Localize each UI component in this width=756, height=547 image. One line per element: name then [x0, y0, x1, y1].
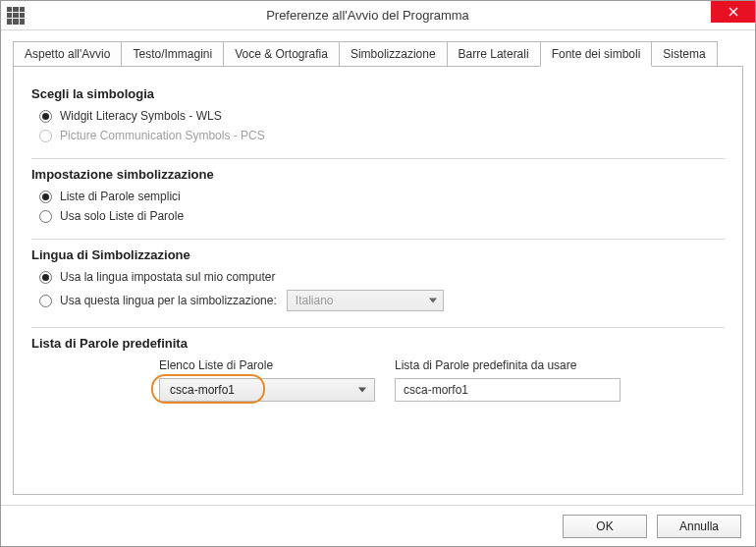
tab-voce-ortografia[interactable]: Voce & Ortografia	[223, 41, 340, 66]
chevron-down-icon	[429, 299, 437, 303]
radio-icon	[39, 295, 52, 307]
tab-fonte-simboli[interactable]: Fonte dei simboli	[540, 41, 653, 67]
tab-barre-laterali[interactable]: Barre Laterali	[447, 41, 541, 66]
preferences-window: Preferenze all'Avvio del Programma Aspet…	[0, 0, 756, 547]
radio-icon	[39, 130, 52, 142]
ok-button[interactable]: OK	[563, 515, 647, 538]
language-select[interactable]: Italiano	[287, 290, 444, 311]
radio-label: Picture Communication Symbols - PCS	[60, 129, 265, 142]
section-symbolisation-setting: Impostazione simbolizzazione Liste di Pa…	[31, 167, 725, 240]
tab-strip: Aspetto all'Avvio Testo/Immagini Voce & …	[13, 40, 743, 66]
radio-row-solo-liste[interactable]: Usa solo Liste di Parole	[39, 209, 725, 223]
radio-label: Usa la lingua impostata sul mio computer	[60, 270, 275, 284]
radio-row-semplici[interactable]: Liste di Parole semplici	[39, 190, 725, 203]
chevron-down-icon	[358, 388, 366, 393]
window-title: Preferenze all'Avvio del Programma	[25, 8, 711, 23]
tab-panel: Scegli la simbologia Widgit Literacy Sym…	[13, 66, 743, 495]
radio-label: Liste di Parole semplici	[60, 190, 181, 203]
cancel-button[interactable]: Annulla	[657, 515, 741, 538]
button-label: OK	[596, 520, 613, 533]
wordlist-select-label: Elenco Liste di Parole	[159, 358, 375, 372]
tab-testo-immagini[interactable]: Testo/Immagini	[121, 41, 224, 66]
dialog-footer: OK Annulla	[1, 505, 755, 546]
select-value: Italiano	[296, 294, 334, 307]
close-icon	[729, 7, 738, 17]
close-button[interactable]	[711, 1, 755, 23]
radio-icon	[39, 110, 52, 123]
tab-aspetto[interactable]: Aspetto all'Avvio	[13, 41, 122, 66]
radio-row-wls[interactable]: Widgit Literacy Symbols - WLS	[39, 109, 725, 123]
section-language: Lingua di Simbolizzazione Usa la lingua …	[31, 247, 725, 328]
button-label: Annulla	[679, 520, 719, 533]
section-symbology: Scegli la simbologia Widgit Literacy Sym…	[31, 86, 725, 159]
radio-icon	[39, 210, 52, 223]
radio-row-lang-custom[interactable]: Usa questa lingua per la simbolizzazione…	[39, 290, 725, 311]
app-icon	[7, 7, 25, 25]
section-title-language: Lingua di Simbolizzazione	[31, 247, 725, 262]
input-value: csca-morfo1	[404, 383, 468, 397]
wordlist-default-col: Lista di Parole predefinita da usare csc…	[395, 358, 621, 402]
wordlist-select[interactable]: csca-morfo1	[159, 378, 375, 402]
titlebar: Preferenze all'Avvio del Programma	[1, 1, 755, 30]
wordlist-area: Elenco Liste di Parole csca-morfo1 Lista…	[31, 358, 725, 402]
section-title-symbolisation: Impostazione simbolizzazione	[31, 167, 725, 182]
tab-simbolizzazione[interactable]: Simbolizzazione	[339, 41, 448, 66]
wordlist-select-col: Elenco Liste di Parole csca-morfo1	[159, 358, 375, 402]
wordlist-default-input[interactable]: csca-morfo1	[395, 378, 621, 402]
tab-sistema[interactable]: Sistema	[651, 41, 717, 66]
section-default-wordlist: Lista di Parole predefinita Elenco Liste…	[31, 336, 725, 411]
radio-row-lang-computer[interactable]: Usa la lingua impostata sul mio computer	[39, 270, 725, 284]
wordlist-default-label: Lista di Parole predefinita da usare	[395, 358, 621, 372]
radio-row-pcs: Picture Communication Symbols - PCS	[39, 129, 725, 142]
radio-icon	[39, 271, 52, 284]
radio-label: Widgit Literacy Symbols - WLS	[60, 109, 222, 123]
section-title-symbology: Scegli la simbologia	[31, 86, 725, 101]
section-title-wordlist: Lista di Parole predefinita	[31, 336, 725, 351]
radio-label: Usa solo Liste di Parole	[60, 209, 184, 223]
select-value: csca-morfo1	[170, 383, 235, 397]
radio-label: Usa questa lingua per la simbolizzazione…	[60, 294, 277, 307]
client-area: Aspetto all'Avvio Testo/Immagini Voce & …	[1, 30, 755, 505]
radio-icon	[39, 191, 52, 203]
